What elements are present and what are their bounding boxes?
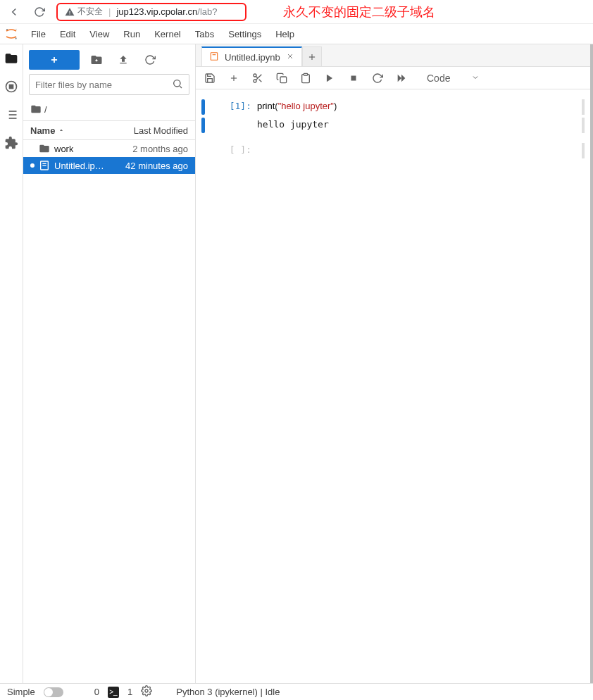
- browser-reload-button[interactable]: [31, 4, 48, 20]
- simple-toggle[interactable]: [44, 687, 63, 697]
- menu-kernel[interactable]: Kernel: [147, 24, 188, 44]
- svg-rect-31: [280, 77, 287, 83]
- svg-rect-4: [10, 85, 13, 89]
- filter-box[interactable]: [29, 74, 189, 95]
- restart-button[interactable]: [370, 71, 385, 85]
- svg-line-29: [259, 79, 262, 82]
- notebook-body[interactable]: [1]: print("hello jupyter") [1]: hello j…: [196, 89, 590, 683]
- cell-source[interactable]: print("hello jupyter"): [251, 99, 585, 115]
- cell-bar: [201, 99, 205, 115]
- gear-icon[interactable]: [141, 685, 152, 699]
- file-list: work 2 months ago Untitled.ip… 42 minute…: [23, 140, 195, 683]
- insecure-label: 不安全: [77, 6, 103, 18]
- file-row-notebook[interactable]: Untitled.ip… 42 minutes ago: [23, 157, 195, 174]
- notebook-icon: [209, 51, 219, 63]
- svg-point-0: [6, 29, 8, 30]
- running-dot-icon: [30, 163, 35, 168]
- insecure-warning: 不安全: [65, 6, 103, 18]
- run-button[interactable]: [323, 71, 337, 85]
- insert-cell-button[interactable]: [227, 71, 241, 85]
- input-prompt: [1]:: [223, 99, 251, 115]
- cell-source[interactable]: [251, 143, 585, 158]
- output-cell: [1]: hello jupyter: [201, 118, 585, 133]
- svg-point-26: [254, 74, 256, 77]
- extensions-icon[interactable]: [3, 135, 20, 151]
- folder-icon: [39, 143, 50, 154]
- folder-icon[interactable]: [3, 50, 20, 67]
- svg-marker-33: [327, 74, 332, 82]
- save-button[interactable]: [203, 71, 217, 85]
- svg-line-30: [256, 76, 258, 78]
- close-icon[interactable]: [286, 52, 294, 63]
- file-row-folder[interactable]: work 2 months ago: [23, 140, 195, 157]
- svg-rect-32: [304, 73, 307, 75]
- new-launcher-button[interactable]: [29, 50, 80, 70]
- tab-notebook[interactable]: Untitled.ipynb: [201, 46, 302, 66]
- kernel-status[interactable]: Python 3 (ipykernel) | Idle: [176, 687, 280, 697]
- upload-button[interactable]: [113, 50, 133, 70]
- simple-label: Simple: [7, 687, 35, 697]
- menu-settings[interactable]: Settings: [221, 24, 268, 44]
- svg-marker-35: [398, 74, 401, 82]
- add-tab-button[interactable]: [302, 46, 322, 66]
- copy-button[interactable]: [275, 71, 289, 85]
- terminal-count[interactable]: 1: [127, 687, 132, 697]
- jupyter-logo: [4, 27, 18, 41]
- running-icon[interactable]: [3, 78, 20, 95]
- file-browser-panel: / Name Last Modified work 2 months ago: [23, 44, 196, 683]
- file-time: 2 months ago: [132, 144, 188, 154]
- notebook-toolbar: Code: [196, 67, 590, 89]
- sort-up-icon: [58, 127, 65, 134]
- svg-point-2: [15, 29, 17, 30]
- empty-code-cell[interactable]: [ ]:: [201, 143, 585, 158]
- url-text: jup123.vip.cpolar.cn/lab?: [116, 6, 217, 17]
- status-bar: Simple 0 >_ 1 Python 3 (ipykernel) | Idl…: [0, 683, 593, 700]
- code-cell[interactable]: [1]: print("hello jupyter"): [201, 99, 585, 115]
- new-folder-button[interactable]: [87, 50, 106, 70]
- header-modified[interactable]: Last Modified: [134, 125, 188, 136]
- address-bar[interactable]: 不安全 | jup123.vip.cpolar.cn/lab?: [56, 3, 246, 21]
- cell-bar: [201, 118, 205, 133]
- menu-view[interactable]: View: [82, 24, 116, 44]
- chevron-down-icon: [471, 73, 480, 84]
- annotation-text: 永久不变的固定二级子域名: [283, 4, 435, 20]
- svg-marker-36: [401, 74, 405, 82]
- breadcrumb[interactable]: /: [23, 101, 195, 120]
- file-name: Untitled.ip…: [54, 161, 104, 171]
- tab-bar: Untitled.ipynb: [196, 44, 590, 67]
- paste-button[interactable]: [299, 71, 313, 85]
- activity-bar: [0, 44, 23, 683]
- menu-file[interactable]: File: [24, 24, 53, 44]
- toc-icon[interactable]: [3, 106, 20, 123]
- main-menu-bar: File Edit View Run Kernel Tabs Settings …: [0, 24, 593, 44]
- interrupt-button[interactable]: [347, 71, 361, 85]
- svg-point-13: [174, 80, 180, 86]
- menu-tabs[interactable]: Tabs: [188, 24, 221, 44]
- header-name[interactable]: Name: [30, 125, 65, 136]
- menu-help[interactable]: Help: [268, 24, 301, 44]
- cell-type-selector[interactable]: Code: [423, 73, 484, 84]
- svg-point-1: [15, 37, 17, 39]
- separator: |: [108, 6, 111, 17]
- refresh-button[interactable]: [140, 50, 160, 70]
- folder-icon: [30, 104, 42, 115]
- filter-input[interactable]: [35, 80, 172, 90]
- menu-edit[interactable]: Edit: [53, 24, 82, 44]
- svg-rect-34: [351, 75, 356, 80]
- terminal-icon[interactable]: >_: [108, 687, 119, 698]
- crumb-root: /: [44, 104, 47, 115]
- svg-rect-18: [211, 52, 217, 60]
- cut-button[interactable]: [251, 71, 265, 85]
- svg-line-14: [180, 86, 182, 88]
- browser-back-button[interactable]: [6, 4, 23, 20]
- tab-title: Untitled.ipynb: [225, 52, 280, 63]
- restart-run-button[interactable]: [394, 71, 408, 85]
- file-list-header[interactable]: Name Last Modified: [23, 120, 195, 140]
- tab-count[interactable]: 0: [94, 687, 99, 697]
- search-icon: [172, 78, 183, 92]
- file-name: work: [54, 144, 73, 154]
- svg-point-27: [254, 80, 256, 82]
- notebook-icon: [39, 160, 50, 171]
- menu-run[interactable]: Run: [116, 24, 147, 44]
- input-prompt: [ ]:: [223, 143, 251, 158]
